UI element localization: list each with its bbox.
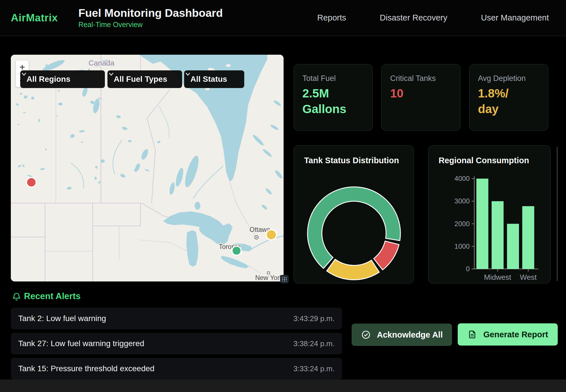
chevron-down-icon	[20, 70, 28, 78]
app-logo: AirMatrix	[11, 12, 58, 24]
generate-report-label: Generate Report	[483, 330, 548, 339]
alert-row[interactable]: Tank 27: Low fuel warning triggered 3:38…	[11, 333, 342, 354]
stat-value: 1.8%/ day	[478, 86, 548, 117]
generate-report-button[interactable]: Generate Report	[458, 323, 558, 346]
y-tick-label: 2000	[455, 220, 470, 228]
y-tick-label: 4000	[455, 175, 470, 182]
map-resize-handle[interactable]	[280, 275, 289, 283]
acknowledge-all-button[interactable]: Acknowledge All	[352, 324, 452, 346]
scrollbar-thumb[interactable]	[557, 147, 558, 281]
alert-row[interactable]: Tank 15: Pressure threshold exceeded 3:3…	[11, 358, 342, 379]
tank-status-donut-chart	[294, 146, 414, 284]
bar-region-0	[477, 179, 488, 269]
title-block: Fuel Monitoring Dashboard Real-Time Over…	[78, 7, 223, 29]
status-filter-select[interactable]: All Status	[184, 70, 244, 88]
check-circle-icon	[361, 330, 371, 340]
map-canvas: CanadaOttawaTorontoNew York	[11, 55, 284, 281]
fuel-type-filter-select[interactable]: All Fuel Types	[107, 70, 182, 88]
chevron-down-icon	[107, 70, 115, 78]
y-tick-label: 3000	[455, 197, 470, 205]
y-tick-label: 1000	[455, 242, 470, 250]
stat-value: 10	[390, 86, 460, 101]
tank-marker-critical[interactable]	[27, 177, 36, 187]
document-icon	[467, 330, 477, 339]
fuel-tank-map[interactable]: CanadaOttawaTorontoNew York + − All Regi…	[11, 55, 284, 281]
y-tick-label: 0	[466, 265, 470, 273]
alert-message: Tank 27: Low fuel warning triggered	[18, 339, 144, 348]
alert-timestamp: 3:33:24 p.m.	[293, 364, 335, 373]
stat-card-total-fuel: Total Fuel 2.5M Gallons	[294, 64, 373, 131]
stat-card-critical-tanks: Critical Tanks 10	[381, 64, 461, 131]
regional-consumption-panel: Regional Consumption 01000200030004000Mi…	[428, 145, 551, 283]
stat-label: Avg Depletion	[478, 74, 548, 83]
tank-marker-warning[interactable]	[266, 230, 276, 240]
nav-reports[interactable]: Reports	[317, 13, 346, 23]
alert-message: Tank 15: Pressure threshold exceeded	[18, 364, 154, 373]
header: AirMatrix Fuel Monitoring Dashboard Real…	[0, 0, 566, 36]
fuel-type-filter-value: All Fuel Types	[114, 75, 167, 84]
alert-message: Tank 2: Low fuel warning	[18, 314, 106, 323]
alerts-section-title: Recent Alerts	[24, 291, 81, 301]
stat-label: Critical Tanks	[390, 74, 460, 83]
x-tick-label: Midwest	[484, 273, 511, 281]
country-label: Canada	[88, 59, 115, 67]
donut-segment-critical	[374, 241, 399, 270]
page-subtitle: Real-Time Overview	[78, 21, 223, 29]
tank-marker-normal[interactable]	[232, 246, 241, 255]
region-filter-select[interactable]: All Regions	[20, 70, 105, 88]
status-filter-value: All Status	[190, 75, 227, 84]
stat-value: 2.5M Gallons	[302, 86, 372, 117]
tank-status-panel: Tank Status Distribution	[294, 145, 414, 283]
stat-card-avg-depletion: Avg Depletion 1.8%/ day	[469, 64, 548, 131]
bottom-strip	[0, 379, 566, 392]
page-title: Fuel Monitoring Dashboard	[78, 7, 223, 20]
regional-consumption-bar-chart: 01000200030004000MidwestWest	[428, 146, 551, 284]
donut-segment-warning	[327, 259, 379, 280]
x-tick-label: West	[520, 273, 537, 281]
alert-timestamp: 3:38:24 p.m.	[293, 339, 335, 348]
stat-label: Total Fuel	[302, 74, 372, 83]
newyork-town-icon	[267, 272, 270, 274]
city-label: New York	[255, 274, 283, 281]
alert-row[interactable]: Tank 2: Low fuel warning 3:43:29 p.m.	[11, 308, 342, 329]
bar-region-3	[522, 206, 534, 269]
nav-user-management[interactable]: User Management	[481, 13, 549, 23]
fuel-monitoring-dashboard: AirMatrix Fuel Monitoring Dashboard Real…	[0, 0, 566, 392]
bell-icon	[11, 292, 22, 302]
bar-region-2	[507, 224, 519, 269]
nav-disaster-recovery[interactable]: Disaster Recovery	[380, 13, 447, 23]
region-filter-value: All Regions	[27, 75, 70, 84]
acknowledge-all-label: Acknowledge All	[377, 330, 443, 340]
alert-timestamp: 3:43:29 p.m.	[293, 314, 335, 323]
chevron-down-icon	[184, 70, 192, 78]
top-nav: Reports Disaster Recovery User Managemen…	[317, 13, 549, 23]
bar-region-1	[492, 201, 504, 269]
